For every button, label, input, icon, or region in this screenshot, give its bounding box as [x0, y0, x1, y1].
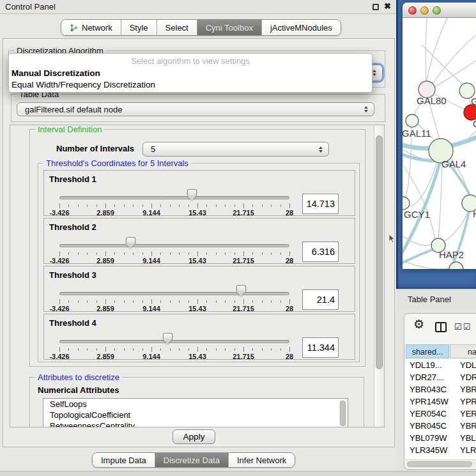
tab-label: Cyni Toolbox — [206, 23, 253, 33]
slider-thumb[interactable] — [236, 285, 246, 296]
tick-label: 2.859 — [96, 257, 114, 265]
popup-option-equal-width-frequency[interactable]: Equal Width/Frequency Discretization — [9, 79, 372, 91]
table-row[interactable]: YDL19...YDL1 — [406, 359, 476, 371]
tick-label: 2.859 — [96, 353, 114, 360]
top-tab-bar: NetworkStyleSelectCyni ToolboxjActiveMNo… — [61, 19, 341, 36]
horizontal-scrollbar[interactable] — [406, 459, 476, 468]
tab-cyni-toolbox[interactable]: Cyni Toolbox — [197, 20, 261, 35]
slider-thumb[interactable] — [126, 237, 135, 249]
network-edge-thick — [451, 211, 469, 269]
columns-icon[interactable] — [435, 322, 447, 332]
node-label: G — [471, 96, 476, 107]
slider-thumb[interactable] — [187, 189, 197, 201]
attribute-list-item[interactable]: TopologicalCoefficient — [43, 410, 348, 420]
network-window-titlebar — [403, 3, 476, 18]
threshold-label: Threshold 4 — [49, 318, 96, 328]
table-cell: YBR043C — [410, 383, 449, 395]
tab-style[interactable]: Style — [121, 20, 157, 35]
control-panel-titlebar: Control Panel ✖ — [0, 0, 396, 14]
apply-button[interactable]: Apply — [173, 429, 215, 444]
network-node-gal11[interactable] — [406, 114, 418, 127]
tick-label: 28 — [286, 305, 293, 312]
slider-tick-labels: -3.4262.8599.14415.4321.71528 — [59, 353, 289, 360]
table-column-header[interactable]: shared... — [406, 344, 449, 358]
tab-label: Infer Network — [237, 456, 286, 465]
threshold-box: Threshold 2-3.4262.8599.14415.4321.71528… — [43, 218, 355, 264]
numerical-attributes-list[interactable]: SelfLoopsTopologicalCoefficientBetweenne… — [43, 398, 348, 427]
tab-label: Network — [82, 23, 112, 33]
table-row[interactable]: YBR043CYBR0 — [406, 383, 476, 395]
tab-network[interactable]: Network — [61, 20, 121, 35]
slider-track[interactable] — [59, 196, 289, 199]
popup-placeholder: Select algorithm to view settings — [9, 55, 372, 68]
threshold-label: Threshold 3 — [49, 270, 96, 280]
horizontal-scrollbar-thumb[interactable] — [407, 461, 472, 467]
slider-thumb[interactable] — [163, 333, 173, 344]
vertical-scrollbar-thumb[interactable] — [376, 135, 383, 369]
table-row[interactable]: YLR345WYLR3 — [406, 444, 476, 456]
tab-label: jActiveMNodules — [270, 23, 332, 33]
tick-label: 9.144 — [142, 257, 160, 265]
threshold-value-field[interactable]: 11.344 — [302, 337, 339, 358]
slider-ticks — [59, 347, 289, 352]
tick-label: 21.715 — [233, 353, 254, 360]
checkbox-icons[interactable]: ☑☑ — [454, 322, 472, 332]
table-data-combobox[interactable]: galFiltered.sif default node — [17, 102, 374, 116]
slider-tick-labels: -3.4262.8599.14415.4321.71528 — [59, 209, 289, 217]
minimize-traffic-light-icon[interactable] — [420, 6, 429, 15]
node-label: GAL4 — [441, 158, 466, 169]
tab-infer-network[interactable]: Infer Network — [228, 453, 295, 467]
slider-track[interactable] — [59, 340, 289, 343]
tab-label: Select — [165, 23, 188, 33]
tick-label: 21.715 — [233, 257, 254, 265]
table-column-header[interactable]: na — [450, 344, 476, 358]
list-scrollbar[interactable] — [339, 399, 347, 427]
slider-track[interactable] — [59, 244, 289, 247]
tick-label: 28 — [286, 353, 293, 360]
tab-select[interactable]: Select — [157, 20, 197, 35]
float-window-icon[interactable] — [372, 4, 379, 10]
gear-icon[interactable]: ⚙ — [413, 318, 424, 330]
tab-jactivemnodules[interactable]: jActiveMNodules — [261, 20, 341, 35]
network-edge-thick — [403, 249, 435, 266]
vertical-scrollbar[interactable] — [374, 125, 384, 427]
network-graph: GAL80GCGAL11GAL4GCY1HHAP2 — [403, 18, 476, 269]
zoom-traffic-light-icon[interactable] — [433, 6, 441, 15]
tick-label: -3.426 — [49, 353, 69, 360]
node-label: GCY1 — [404, 209, 430, 220]
slider-track[interactable] — [59, 292, 289, 295]
tab-label: Discretize Data — [164, 456, 220, 465]
interval-definition-group: Interval Definition Number of Intervals … — [29, 129, 365, 367]
tab-impute-data[interactable]: Impute Data — [93, 453, 155, 467]
attribute-list-item[interactable]: BetweennessCentrality — [43, 420, 348, 427]
network-edge — [433, 35, 476, 83]
table-cell: YLR3 — [460, 444, 476, 456]
close-traffic-light-icon[interactable] — [408, 6, 417, 15]
threshold-value-field[interactable]: 21.4 — [302, 289, 339, 310]
list-scrollbar-thumb[interactable] — [340, 401, 346, 426]
number-of-intervals-value: 5 — [151, 142, 155, 157]
network-node[interactable] — [449, 262, 463, 269]
close-icon[interactable]: ✖ — [384, 1, 391, 11]
table-row[interactable]: YBR045CYBR0 — [406, 420, 476, 432]
table-row[interactable]: YBL079WYBL0 — [406, 432, 476, 444]
control-panel-window: Control Panel ✖ NetworkStyleSelectCyni T… — [0, 0, 396, 471]
network-node-gcy1[interactable] — [403, 197, 410, 210]
threshold-value-field[interactable]: 6.316 — [302, 242, 339, 262]
threshold-value-field[interactable]: 14.713 — [302, 194, 339, 214]
network-canvas[interactable]: GAL80GCGAL11GAL4GCY1HHAP2 — [403, 18, 476, 269]
threshold-box: Threshold 3-3.4262.8599.14415.4321.71528… — [43, 266, 355, 312]
attribute-list-item[interactable]: SelfLoops — [43, 399, 348, 410]
tab-discretize-data[interactable]: Discretize Data — [155, 453, 228, 467]
table-panel-titlebar: Table Panel — [396, 289, 476, 309]
table-row[interactable]: YER054CYER0 — [406, 408, 476, 420]
number-of-intervals-spinner[interactable]: 5 — [142, 142, 329, 157]
table-panel-title: Table Panel — [408, 295, 451, 304]
cyni-toolbox-panel: Discretization Algorithm Select algorith… — [3, 38, 395, 447]
table-row[interactable]: YPR145WYPR1 — [406, 395, 476, 408]
table-rows: YDL19...YDL1YDR27...YDR2YBR043CYBR0YPR14… — [406, 359, 476, 459]
table-row[interactable]: YDR27...YDR2 — [406, 371, 476, 383]
mouse-cursor — [388, 234, 395, 243]
popup-option-manual-discretization[interactable]: Manual Discretization — [9, 68, 372, 79]
node-label: GAL11 — [403, 128, 431, 139]
